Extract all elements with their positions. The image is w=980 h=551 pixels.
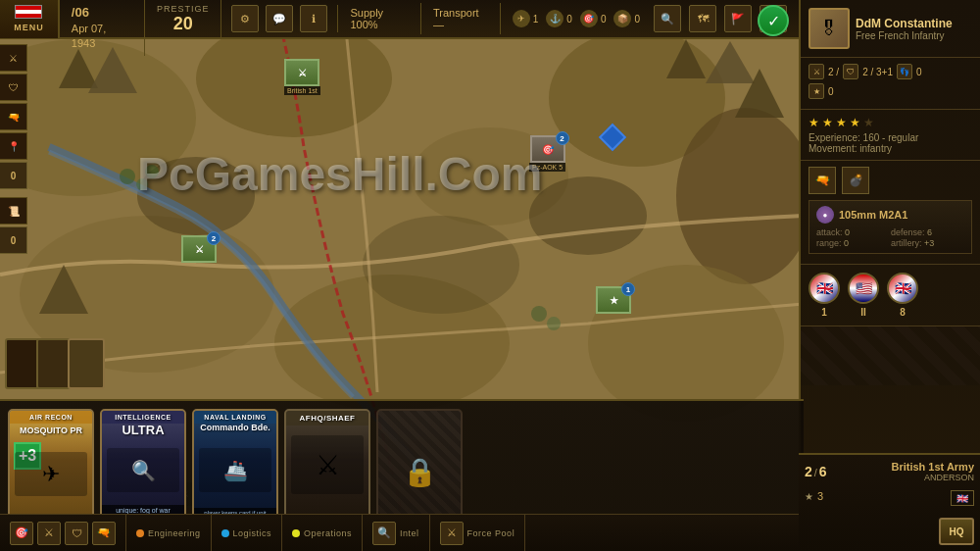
force-pool-label: Force Pool: [467, 528, 515, 538]
star-stat-icon: ★: [808, 83, 824, 99]
end-turn-button[interactable]: ✓: [758, 5, 789, 36]
artillery-value: +3: [924, 238, 934, 248]
unit-british2[interactable]: ⚔ 2: [181, 235, 217, 263]
svg-point-18: [120, 169, 135, 184]
weapon-icon-2: 💣: [842, 167, 869, 194]
armor-value: 0: [601, 14, 607, 25]
hq-button[interactable]: HQ: [939, 518, 974, 545]
chat-icon[interactable]: 💬: [266, 5, 293, 32]
weapon-item[interactable]: ● 105mm M2A1 attack: 0 defense: 6 range:…: [808, 200, 972, 254]
weapon-icon-1[interactable]: 🔫: [808, 167, 836, 194]
weapon-icons: 🔫 💣: [808, 167, 972, 194]
shield-icon2: 🛡: [843, 64, 858, 79]
force-pool-icon[interactable]: ⚔: [440, 522, 464, 545]
nation-uk-1[interactable]: 🇬🇧 1: [808, 273, 840, 318]
panel-filler: [801, 326, 980, 385]
unit-name: DdM Constantine: [856, 17, 972, 30]
info-icon[interactable]: ℹ: [300, 5, 327, 32]
combat-stats-row: ⚔ 2 / 🛡 2 / 3+1 👣 0: [808, 64, 972, 79]
artillery-stat: artillery: +3: [891, 238, 964, 248]
intel-icon[interactable]: 🔍: [372, 522, 396, 545]
resource-icons: ✈ 1 ⚓ 0 🎯 0 📦 0: [501, 10, 652, 27]
attack-stat: attack: 0: [816, 227, 890, 237]
map-icon[interactable]: 🗺: [689, 5, 716, 32]
uk-num-2: 8: [900, 307, 906, 318]
sidebar-icon-1[interactable]: ⚔: [0, 44, 27, 72]
toolbar-icon-1[interactable]: 🎯: [10, 522, 33, 545]
uk-flag-2: 🇬🇧: [887, 273, 918, 304]
army-flag-uk: 🇬🇧: [951, 490, 974, 506]
settings-icon[interactable]: ⚙: [231, 5, 259, 32]
weapon-name: 105mm M2A1: [839, 209, 907, 221]
turn-number: Turn 02 /06: [72, 0, 132, 22]
sidebar-counter2: 0: [0, 226, 27, 254]
army-flags: 🇬🇧: [951, 490, 974, 506]
sidebar-icon-3[interactable]: 🔫: [0, 103, 27, 130]
svg-point-21: [531, 306, 547, 322]
defense-value: 6: [927, 227, 932, 237]
army-stat-label: ★: [805, 491, 813, 502]
star-2: ★: [822, 116, 833, 129]
resource-supply: 📦 0: [613, 10, 640, 27]
resource-armor: 🎯 0: [580, 10, 607, 27]
operations-pip: [292, 529, 300, 537]
card-ultra-image: 🔍: [107, 448, 179, 492]
prestige-area: PRESTIGE 20: [145, 0, 222, 38]
toolbar-icon-4[interactable]: 🔫: [92, 522, 116, 545]
menu-button[interactable]: MENU: [0, 0, 60, 38]
army-name: British 1st Army: [891, 461, 974, 473]
engineering-label: Engineering: [148, 528, 201, 538]
engineering-pip: [136, 529, 144, 537]
logistics-label: Logistics: [233, 528, 272, 538]
defense-values: 2 / 3+1: [862, 67, 893, 77]
special-stats-row: ★ 0: [808, 83, 972, 99]
unit-german1[interactable]: 🎯 2 Pz-AOK 5: [529, 135, 565, 172]
transport-area: Transport —: [421, 3, 501, 34]
army-strength-max: 6: [819, 464, 827, 479]
army-strength-current: 2: [805, 464, 812, 479]
attack-value: 0: [845, 227, 850, 237]
army-stats: ★ 3: [805, 490, 823, 502]
resource-air: ✈ 1: [513, 10, 539, 27]
star-1: ★: [808, 116, 819, 129]
unit-header: 🎖 DdM Constantine Free French Infantry: [801, 0, 980, 58]
toolbar-icon-3[interactable]: 🛡: [65, 522, 88, 545]
toolbar-icon-2[interactable]: ⚔: [37, 522, 61, 545]
top-mini-icons: ⚙ 💬 ℹ: [221, 5, 338, 32]
intel-label: Intel: [400, 528, 419, 538]
supply-icon: 📦: [613, 10, 631, 27]
special-value: 0: [828, 86, 834, 97]
weapon-badge: ●: [816, 206, 834, 224]
us-num: II: [860, 307, 866, 318]
supply-area: Supply 100%: [338, 3, 421, 34]
unit-british1[interactable]: ⚔ British 1st: [284, 59, 320, 95]
card-stack-map[interactable]: [5, 338, 105, 389]
unit-avatar: 🎖: [808, 8, 850, 49]
prestige-label: PRESTIGE: [157, 4, 210, 14]
sidebar-icon-4[interactable]: 📍: [0, 132, 27, 160]
army-info-panel: 2 / 6 British 1st Army ANDERSON ★ 3 🇬🇧 H…: [799, 453, 980, 551]
nation-us-2[interactable]: 🇺🇸 II: [848, 273, 879, 318]
turn-info: Turn 02 /06 Apr 07, 1943: [60, 0, 145, 56]
toolbar-logistics: Logistics: [212, 515, 283, 551]
nation-flags: 🇬🇧 1 🇺🇸 II 🇬🇧 8: [801, 265, 980, 326]
svg-point-19: [136, 178, 148, 190]
flag-toggle-icon[interactable]: 🚩: [724, 5, 752, 32]
supply-label: Supply: [350, 7, 383, 19]
transport-value: —: [433, 19, 444, 30]
card-commando-image: 🚢: [199, 448, 271, 492]
sidebar-icon-2[interactable]: 🛡: [0, 74, 27, 101]
army-strength-sep: /: [814, 467, 817, 478]
uk-num-1: 1: [821, 307, 827, 318]
nation-uk-2[interactable]: 🇬🇧 8: [887, 273, 918, 318]
us-flag: 🇺🇸: [848, 273, 879, 304]
card-afhq-type: AFHQ/SHAEF: [286, 411, 368, 426]
card-afhq-image: ⚔: [291, 435, 364, 494]
svg-point-10: [363, 216, 519, 314]
army-strength-display: 2 / 6: [805, 464, 827, 479]
svg-point-11: [529, 176, 647, 255]
zoom-in-icon[interactable]: 🔍: [654, 5, 681, 32]
unit-british3[interactable]: ★ 1: [596, 286, 631, 314]
sidebar-icon-5[interactable]: 📜: [0, 197, 27, 225]
logistics-pip: [221, 529, 229, 537]
